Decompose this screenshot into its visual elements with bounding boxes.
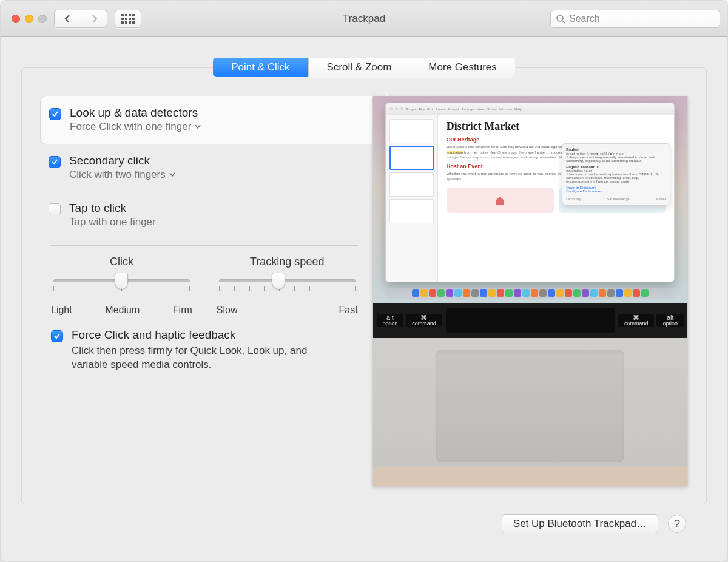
- click-slider[interactable]: [51, 274, 192, 299]
- force-click-label: Force Click and haptic feedback: [72, 328, 326, 342]
- key-command-right: ⌘command: [618, 314, 655, 327]
- tracking-slider-ticks: [219, 286, 356, 291]
- checkbox-force-click[interactable]: [51, 330, 63, 342]
- preview-screen: Pages File Edit Insert Format Arrange Vi…: [373, 96, 687, 303]
- svg-line-1: [562, 21, 565, 23]
- checkmark-icon: [52, 110, 59, 118]
- popover-def2: 1 her idea proved a real inspiration to …: [566, 172, 666, 183]
- preview-menu-file: File: [419, 107, 425, 111]
- svg-point-0: [557, 15, 563, 21]
- preview-trackpad: [436, 350, 624, 462]
- force-click-desc: Click then press firmly for Quick Look, …: [72, 344, 326, 372]
- nav-back-forward: [54, 10, 107, 28]
- option-tap-sub: Tap with one finger: [69, 216, 156, 228]
- popover-entry: in·spi·ra·tion | ˌinspəˈrāSH(ə)n noun: [566, 151, 666, 155]
- force-click-text: Force Click and haptic feedback Click th…: [72, 328, 326, 372]
- show-all-button[interactable]: [115, 10, 141, 28]
- preview-app-window: Pages File Edit Insert Format Arrange Vi…: [385, 103, 675, 282]
- option-tap-text: Tap to click Tap with one finger: [69, 201, 156, 228]
- minimize-window-button[interactable]: [25, 15, 33, 23]
- checkbox-lookup[interactable]: [49, 108, 61, 120]
- checkbox-tap-to-click[interactable]: [49, 203, 61, 215]
- chevron-down-icon: [169, 172, 175, 177]
- window-traffic-lights: [8, 15, 47, 23]
- option-lookup-label: Look up & data detectors: [70, 106, 201, 120]
- click-slider-thumb[interactable]: [115, 273, 128, 289]
- chevron-down-icon: [195, 124, 201, 129]
- preview-heading-heritage: Our Heritage: [447, 137, 666, 143]
- tab-scroll-zoom[interactable]: Scroll & Zoom: [308, 58, 410, 77]
- gesture-preview: Pages File Edit Insert Format Arrange Vi…: [372, 96, 688, 487]
- preview-menu-format: Format: [447, 107, 459, 111]
- divider: [51, 245, 358, 246]
- content-area: Point & Click Scroll & Zoom More Gesture…: [1, 37, 727, 561]
- popover-def: 1 the process of being mentally stimulat…: [566, 155, 666, 163]
- house-icon: [494, 194, 506, 206]
- click-slider-group: Click Light Medium Firm: [51, 256, 192, 316]
- tracking-slider[interactable]: [217, 274, 358, 299]
- search-icon: [556, 14, 565, 24]
- preview-doc-title: District Market: [447, 120, 666, 133]
- preview-thumbnails: [386, 115, 437, 282]
- option-lookup[interactable]: Look up & data detectors Force Click wit…: [40, 96, 387, 144]
- popover-tab-movies: Movies: [656, 197, 666, 201]
- option-secondary-sub-text: Click with two fingers: [69, 169, 166, 181]
- key-command-left: ⌘command: [406, 314, 442, 327]
- grid-icon-button[interactable]: [115, 10, 141, 28]
- preview-dock: [385, 288, 675, 299]
- forward-button[interactable]: [81, 10, 107, 28]
- search-field[interactable]: [550, 10, 720, 28]
- preview-thumb: [389, 199, 433, 223]
- preview-menu-arrange: Arrange: [461, 107, 474, 111]
- click-label-medium: Medium: [105, 305, 140, 316]
- settings-panel: Look up & data detectors Force Click wit…: [21, 67, 707, 504]
- preview-menu-window: Window: [499, 107, 512, 111]
- key-spacebar: [446, 308, 615, 333]
- back-button[interactable]: [54, 10, 81, 28]
- preview-card-home: [447, 188, 554, 213]
- popover-footer: Dictionary Siri Knowledge Movies: [566, 195, 666, 201]
- option-secondary-sub[interactable]: Click with two fingers: [69, 169, 175, 181]
- preview-app-body: District Market Our Heritage Janet Milet…: [386, 115, 674, 282]
- preferences-window: Trackpad Point & Click Scroll & Zoom Mor…: [0, 0, 728, 562]
- tab-more-gestures[interactable]: More Gestures: [410, 58, 514, 77]
- option-secondary-label: Secondary click: [69, 154, 175, 168]
- gesture-preview-column: Pages File Edit Insert Format Arrange Vi…: [372, 96, 688, 487]
- close-window-button[interactable]: [12, 15, 20, 23]
- preview-menu-share: Share: [487, 107, 497, 111]
- sliders-row: Click Light Medium Firm Tra: [40, 252, 369, 316]
- tracking-slider-thumb[interactable]: [272, 273, 285, 289]
- key-option-left: altoption: [377, 314, 404, 327]
- popover-tab-dictionary: Dictionary: [566, 197, 581, 201]
- preview-lookup-popover: English in·spi·ra·tion | ˌinspəˈrāSH(ə)n…: [562, 143, 670, 205]
- option-secondary-click[interactable]: Secondary click Click with two fingers: [40, 144, 369, 192]
- option-tap-to-click[interactable]: Tap to click Tap with one finger: [40, 192, 369, 239]
- help-button[interactable]: ?: [668, 515, 686, 533]
- click-slider-heading: Click: [110, 256, 133, 268]
- preview-highlighted-word: inspiration: [447, 151, 463, 154]
- tab-point-click[interactable]: Point & Click: [213, 58, 308, 77]
- preview-menu-view: View: [477, 107, 485, 111]
- popover-config: Configure Dictionaries: [566, 189, 666, 193]
- titlebar: Trackpad: [1, 1, 727, 37]
- setup-bluetooth-trackpad-button[interactable]: Set Up Bluetooth Trackpad…: [502, 514, 658, 533]
- preview-thumb: [389, 119, 433, 143]
- zoom-window-button[interactable]: [38, 15, 47, 23]
- preview-menu-edit: Edit: [427, 107, 433, 111]
- option-lookup-sub[interactable]: Force Click with one finger: [70, 121, 201, 133]
- search-input[interactable]: [569, 13, 715, 24]
- option-force-click[interactable]: Force Click and haptic feedback Click th…: [40, 328, 369, 372]
- preview-menu-pages: Pages: [406, 107, 416, 111]
- option-secondary-text: Secondary click Click with two fingers: [69, 154, 175, 181]
- checkbox-secondary-click[interactable]: [49, 156, 61, 168]
- tracking-slider-track: [219, 279, 356, 282]
- tracking-slider-heading: Tracking speed: [250, 256, 324, 268]
- click-slider-labels: Light Medium Firm: [51, 305, 192, 316]
- popover-tab-siri: Siri Knowledge: [607, 197, 630, 201]
- preview-menu-insert: Insert: [436, 107, 445, 111]
- tracking-slider-labels: Slow Fast: [217, 305, 358, 316]
- chevron-left-icon: [64, 15, 71, 23]
- preview-keyboard: altoption ⌘command ⌘command altoption: [373, 303, 687, 338]
- tracking-slider-group: Tracking speed Slow Fast: [217, 256, 358, 316]
- preview-app-menubar: Pages File Edit Insert Format Arrange Vi…: [386, 103, 674, 115]
